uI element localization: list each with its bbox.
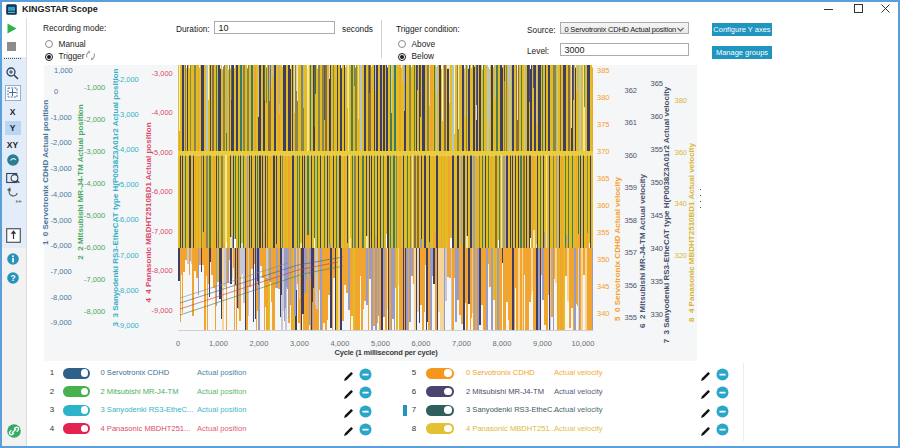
svg-text:?: ?: [10, 273, 15, 283]
